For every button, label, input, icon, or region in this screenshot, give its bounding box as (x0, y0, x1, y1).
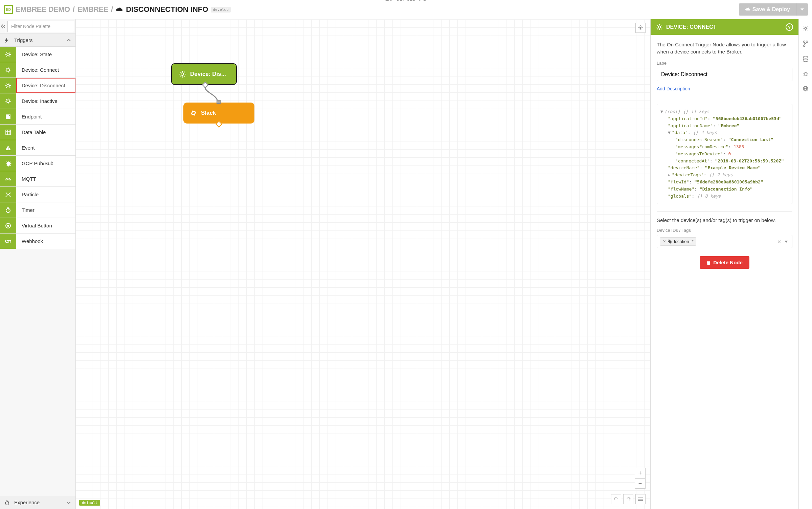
add-description-link[interactable]: Add Description (657, 86, 690, 91)
svg-point-43 (8, 149, 8, 150)
node-device-disconnect[interactable]: Device: Dis... (171, 63, 237, 85)
remove-tag-icon[interactable]: ✕ (663, 239, 666, 244)
svg-line-14 (6, 68, 7, 69)
branch-tag[interactable]: develop (211, 7, 230, 13)
svg-line-16 (6, 71, 7, 72)
svg-line-72 (180, 72, 181, 72)
canvas-settings-button[interactable] (635, 23, 646, 33)
delete-node-button[interactable]: Delete Node (700, 256, 749, 269)
palette-section-experience[interactable]: Experience (0, 496, 75, 509)
palette-item[interactable]: GCP Pub/Sub (0, 156, 75, 171)
storage-tab[interactable] (803, 56, 809, 62)
debug-tab[interactable] (803, 71, 809, 77)
node-input-port[interactable] (217, 100, 221, 104)
svg-line-7 (6, 56, 7, 57)
palette-item-icon (0, 78, 16, 93)
palette-item[interactable]: MQTT (0, 171, 75, 187)
zoom-out-button[interactable]: − (635, 478, 645, 488)
svg-line-64 (642, 29, 642, 30)
svg-line-25 (6, 87, 7, 88)
panel-header: DEVICE: CONNECT ? (651, 19, 798, 35)
breadcrumb-org[interactable]: EMBREE DEMO (16, 5, 70, 14)
palette-item[interactable]: Endpoint (0, 109, 75, 125)
devices-field-label: Device IDs / Tags (657, 228, 792, 233)
palette-item-icon (0, 156, 16, 171)
svg-line-33 (10, 103, 10, 103)
gear-icon (803, 25, 809, 31)
tags-dropdown-icon[interactable] (783, 241, 789, 243)
save-deploy-dropdown[interactable] (796, 3, 808, 16)
list-view-button[interactable] (635, 494, 646, 504)
node-output-port[interactable] (216, 121, 222, 128)
palette-item-label: Device: Inactive (16, 93, 75, 109)
palette-item-list: Device: StateDevice: ConnectDevice: Disc… (0, 47, 75, 496)
palette-item[interactable]: Event (0, 140, 75, 156)
svg-point-18 (7, 84, 9, 87)
svg-point-0 (7, 53, 9, 56)
node-slack[interactable]: Slack (183, 103, 254, 124)
palette-item-label: MQTT (16, 171, 75, 186)
svg-line-32 (6, 99, 7, 100)
svg-point-102 (803, 41, 805, 43)
tree-caret-icon[interactable]: ▼ (668, 130, 671, 135)
palette-item[interactable]: Timer (0, 202, 75, 218)
svg-line-24 (10, 87, 10, 88)
svg-line-89 (661, 29, 662, 29)
device-tags-input[interactable]: ✕ location=* ✕ (657, 235, 792, 248)
palette-item-icon (0, 62, 16, 78)
tree-caret-icon[interactable]: ▼ (660, 109, 663, 114)
breadcrumb-app[interactable]: EMBREE (77, 5, 108, 14)
svg-line-101 (807, 27, 808, 27)
svg-line-23 (6, 84, 7, 84)
panel-title: DEVICE: CONNECT (666, 24, 716, 30)
breadcrumb-separator: / (73, 5, 75, 14)
tree-caret-icon[interactable]: ▸ (668, 172, 671, 177)
palette-item-label: Timer (16, 202, 75, 218)
palette-section-triggers[interactable]: Triggers (0, 34, 75, 47)
flow-canvas[interactable]: Device: Dis... Slack + − default (76, 19, 650, 509)
globals-tab[interactable] (803, 86, 809, 92)
palette-item-label: Device: State (16, 47, 75, 62)
svg-line-8 (10, 52, 10, 53)
zoom-in-button[interactable]: + (635, 468, 645, 478)
palette-item-icon (0, 187, 16, 202)
svg-line-51 (6, 195, 8, 196)
label-input[interactable] (657, 68, 792, 81)
tag-icon (668, 240, 672, 244)
redo-icon (626, 497, 631, 501)
svg-point-103 (806, 41, 808, 43)
palette-filter-input[interactable] (7, 21, 74, 32)
svg-line-110 (807, 75, 808, 75)
example-payload-viewer[interactable]: ▼(root) {} 11 keys "applicationId": "568… (657, 104, 792, 204)
chevron-down-icon (800, 8, 804, 10)
versions-tab[interactable] (803, 40, 808, 47)
svg-line-65 (639, 29, 639, 30)
svg-point-83 (658, 26, 661, 28)
flame-icon (5, 500, 11, 505)
breadcrumb-flow[interactable]: DISCONNECTION INFO (126, 5, 208, 14)
redo-button[interactable] (623, 494, 633, 504)
node-output-port[interactable] (202, 82, 209, 88)
device-tag-chip[interactable]: ✕ location=* (660, 237, 696, 246)
logo-badge[interactable]: ED (4, 5, 13, 14)
settings-tab[interactable] (803, 25, 809, 31)
save-deploy-button[interactable]: Save & Deploy (739, 3, 796, 16)
palette-item-label: Device: Connect (16, 62, 75, 78)
svg-line-73 (184, 76, 185, 76)
palette-item[interactable]: Particle (0, 187, 75, 202)
collapse-palette-button[interactable] (0, 20, 6, 33)
palette-item[interactable]: Virtual Button (0, 218, 75, 234)
clear-all-tags-icon[interactable]: ✕ (777, 239, 781, 244)
help-button[interactable]: ? (786, 23, 793, 31)
version-tag[interactable]: default (79, 500, 100, 506)
svg-line-108 (807, 73, 808, 73)
palette-item[interactable]: Device: State (0, 47, 75, 62)
palette-item-label: Webhook (16, 234, 75, 249)
palette-item[interactable]: Webhook (0, 234, 75, 249)
palette-item[interactable]: Device: Connect (0, 62, 75, 78)
palette-item[interactable]: Device: Inactive (0, 93, 75, 109)
palette-item[interactable]: Device: Disconnect (0, 78, 75, 93)
node-palette: Triggers Device: StateDevice: ConnectDev… (0, 19, 76, 509)
palette-item[interactable]: Data Table (0, 125, 75, 140)
undo-button[interactable] (611, 494, 621, 504)
